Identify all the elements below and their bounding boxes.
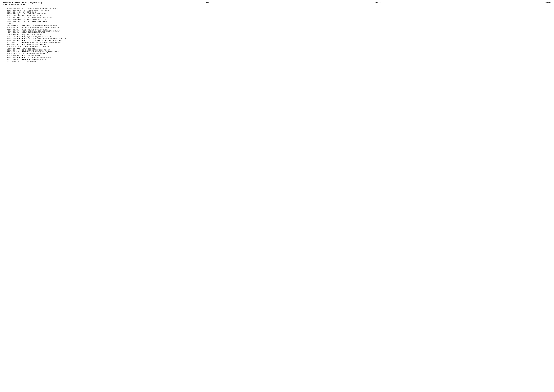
row-text: С153-226' 4' ' СВЕТОВЫЕ УКАЗАТЕЛИ ВХОД В…	[9, 59, 551, 61]
row-number: 36	[3, 23, 9, 24]
table-row: 321504-3073(=13)' 3' ' ПРЕДОХРАНИТЕЛЬ Е2…	[3, 15, 551, 17]
row-text: С154-20' 10' ' ВЫКЛЮЧАТЕЛЬ ОДНОПОЛЮСНЫЙ …	[9, 26, 551, 28]
table-row: 40С154-165' 3' ' РОЗЕТКА ШТЕПСЕЛЬНАЯ БЕЗ…	[3, 30, 551, 32]
table-row: 47С153-127' 6' ' ТО ЖЕ АККУМУЛЯТОРНЫЙ СА…	[3, 43, 551, 45]
table-row: 55С153-226' 4' ' СВЕТОВЫЕ УКАЗАТЕЛИ ВХОД…	[3, 59, 551, 61]
table-row: 541507-1057(Н9=1,062)' 13' ' ТО ЖЕ ПОТОЛ…	[3, 57, 551, 59]
table-row: 37С156-240' 3' ' ЯЩИК ЯТП-0,25 С ПОНИЖАЮ…	[3, 24, 551, 26]
content-table: 281504-6001(=13)' 2' ' СТОИМОСТЬ ВЫКЛЮЧА…	[3, 7, 551, 63]
item-num: 14900066	[544, 2, 551, 4]
table-row: 281504-6001(=13)' 2' ' СТОИМОСТЬ ВЫКЛЮЧА…	[3, 7, 551, 9]
table-row: 441504-3083(Н9=1,062)(=13)' 2' ' ВСТАВКИ…	[3, 38, 551, 40]
row-number: 50	[3, 49, 9, 51]
row-text: С153-264' 2,5' ' ТО ЖЕ Б215-225-60*	[9, 47, 551, 49]
row-number: 33	[3, 17, 9, 19]
row-number: 52	[3, 53, 9, 55]
doc-num: 24637-13	[374, 2, 381, 4]
table-row: 39С154-28' 26' ' ТО ЖЕ В ГЕРМЕТИЧЕСКОМ И…	[3, 28, 551, 30]
row-text: 1517-1495-1(=13)' 1' ' УСТАНОВКА БЛОКА З…	[9, 21, 551, 23]
program-label: ПРОГРАММНЫЙ КОМПЛЕКС АВО-ЗЕС ( РЕДАКЦИЯ …	[3, 2, 42, 4]
row-text: С153-34' 3' ' ТО ЖЕ ВЗРЫВОЗАЩИЩЕННЫЙ НСП…	[9, 53, 551, 55]
table-row: 431504-3073(Н9=1,062)(=13)' 2' ' ПРЕДОХР…	[3, 36, 551, 38]
table-row: 56С153-348' 10,2' ' СТЕКЛО ПЛАФОНА*	[3, 61, 551, 63]
row-number: 38	[3, 26, 9, 28]
row-text: 1504-3073(=13)' 3' ' ПРЕДОХРАНИТЕЛЬ Е27*	[9, 15, 551, 17]
row-text: 1507-1021(Н9=1,062)(=13)' 2' ' УДЛИНИТЕЛ…	[9, 40, 551, 42]
row-number: 49	[3, 47, 9, 49]
row-text: 2405-1364(Н9=1,062)' 55' ' ТО ЖЕ КОР-73*	[9, 34, 551, 36]
row-text: 1517-1379-1(=13)' 3' ' УСТАНОВКА ПРЕДОХР…	[9, 17, 551, 19]
row-number: 43	[3, 36, 9, 38]
row-text: 1504-6001(=13)' 2' ' СТОИМОСТЬ ВЫКЛЮЧАТЕ…	[9, 7, 551, 9]
row-number: 56	[3, 61, 9, 63]
row-number: 44	[3, 38, 9, 40]
row-number: 39	[3, 28, 9, 30]
row-text: С154-28' 26' ' ТО ЖЕ В ГЕРМЕТИЧЕСКОМ ИСП…	[9, 28, 551, 30]
table-row: 46С153-17' 2' ' СВЕТИЛЬНИК ПЕРЕНОСНОЙ СО…	[3, 42, 551, 43]
row-number: 35	[3, 21, 9, 23]
row-number: 45	[3, 40, 9, 42]
row-text: С156-240' 3' ' ЯЩИК ЯТП-0,25 С ПОНИЖАЮЩИ…	[9, 24, 551, 26]
row-text: С154-207' 6' ' КОРОБКА ОТВЕТВИТЕЛЬНАЯ У4…	[9, 32, 551, 34]
row-number: 42	[3, 34, 9, 36]
table-row: 331517-1379-1(=13)' 3' ' УСТАНОВКА ПРЕДО…	[3, 17, 551, 19]
row-text: Н9=1*	[9, 23, 551, 24]
row-number: 34	[3, 19, 9, 21]
row-text: С153-17' 2' ' СВЕТИЛЬНИК ПЕРЕНОСНОЙ СО Ш…	[9, 42, 551, 43]
row-text: 1504-3083(Н9=1,062)(=13)' 2' ' ВСТАВКИ П…	[9, 38, 551, 40]
row-number: 28	[3, 7, 9, 9]
row-text: С153-138' 6' ' ТО ЖЕ НАСТЕННЫЙ НВ005*	[9, 55, 551, 57]
table-row: 51С153-41' 74' ' СВЕТИЛЬНИК ПЫЛЕНЕПРОНИЦ…	[3, 51, 551, 53]
table-row: 48С153-274' 12,5' ' ЛАМПЫ НАКАЛИВАНИЯ Б2…	[3, 45, 551, 47]
row-text: С154-165' 3' ' РОЗЕТКА ШТЕПСЕЛЬНАЯ БЕЗ З…	[9, 30, 551, 32]
row-text: С153-41' 74' ' СВЕТИЛЬНИК ПЫЛЕНЕПРОНИЦАЕ…	[9, 51, 551, 53]
row-number: 31	[3, 13, 9, 15]
table-row: 291517-1414-1(=13)' 2' ' МОНТАЖ ВЫКЛЮЧАТ…	[3, 9, 551, 11]
row-number: 53	[3, 55, 9, 57]
table-row: 422405-1364(Н9=1,062)' 55' ' ТО ЖЕ КОР-7…	[3, 34, 551, 36]
row-text: 1504-3073(Н9=1,062)(=13)' 2' ' ПРЕДОХРАН…	[9, 36, 551, 38]
page-id: -I02 -	[205, 2, 210, 4]
table-row: 451507-1021(Н9=1,062)(=13)' 2' ' УДЛИНИТ…	[3, 40, 551, 42]
table-row: 301504-12049(=13)' 1' ' РЕЛЕ РПУ-2*	[3, 11, 551, 13]
row-number: 32	[3, 15, 9, 17]
table-row: 36Н9=1*	[3, 23, 551, 24]
row-number: 48	[3, 45, 9, 47]
row-number: 30	[3, 11, 9, 13]
table-row: 41С154-207' 6' ' КОРОБКА ОТВЕТВИТЕЛЬНАЯ …	[3, 32, 551, 34]
table-row: 49С153-264' 2,5' ' ТО ЖЕ Б215-225-60*	[3, 47, 551, 49]
row-text: 1507-1057(Н9=1,062)' 13' ' ТО ЖЕ ПОТОЛОЧ…	[9, 57, 551, 59]
row-text: 1504-12049(=13)' 1' ' РЕЛЕ РПУ-2*	[9, 11, 551, 13]
table-row: 341504-19005(=13)' 1' ' БЛОК ЗАЖИМОВ БЗ …	[3, 19, 551, 21]
table-row: 38С154-20' 10' ' ВЫКЛЮЧАТЕЛЬ ОДНОПОЛЮСНЫ…	[3, 26, 551, 28]
row-text: С153-127' 6' ' ТО ЖЕ АККУМУЛЯТОРНЫЙ САВ-…	[9, 43, 551, 45]
row-number: 41	[3, 32, 9, 34]
album-label: А-IV-600-476.90 Альбом I2	[3, 4, 551, 6]
row-text: С153-274' 12,5' ' ЛАМПЫ НАКАЛИВАНИЯ Б215…	[9, 45, 551, 47]
row-number: 54	[3, 57, 9, 59]
row-number: 29	[3, 9, 9, 11]
row-text: 1504-19005(=13)' 1' ' БЛОК ЗАЖИМОВ БЗ 24…	[9, 19, 551, 21]
table-row: 53С153-138' 6' ' ТО ЖЕ НАСТЕННЫЙ НВ005*	[3, 55, 551, 57]
row-number: 46	[3, 42, 9, 43]
table-row: 52С153-34' 3' ' ТО ЖЕ ВЗРЫВОЗАЩИЩЕННЫЙ Н…	[3, 53, 551, 55]
row-number: 51	[3, 51, 9, 53]
row-number: 55	[3, 59, 9, 61]
page-header: ПРОГРАММНЫЙ КОМПЛЕКС АВО-ЗЕС ( РЕДАКЦИЯ …	[3, 2, 551, 4]
row-number: 47	[3, 43, 9, 45]
row-number: 37	[3, 24, 9, 26]
row-text: 1517-1428-1(=13)' 1' ' УСТАНОВКА РЕЛЕ РП…	[9, 13, 551, 15]
row-text: С153-348' 10,2' ' СТЕКЛО ПЛАФОНА*	[9, 61, 551, 63]
table-row: 50С154-30' 4' ' ПЕРЕКЛЮЧАТЕЛЬ ГЕРМЕТИЧЕС…	[3, 49, 551, 51]
row-text: С154-30' 4' ' ПЕРЕКЛЮЧАТЕЛЬ ГЕРМЕТИЧЕСКИ…	[9, 49, 551, 51]
table-row: 311517-1428-1(=13)' 1' ' УСТАНОВКА РЕЛЕ …	[3, 13, 551, 15]
table-row: 351517-1495-1(=13)' 1' ' УСТАНОВКА БЛОКА…	[3, 21, 551, 23]
row-text: 1517-1414-1(=13)' 2' ' МОНТАЖ ВЫКЛЮЧАТЕЛ…	[9, 9, 551, 11]
row-number: 40	[3, 30, 9, 32]
